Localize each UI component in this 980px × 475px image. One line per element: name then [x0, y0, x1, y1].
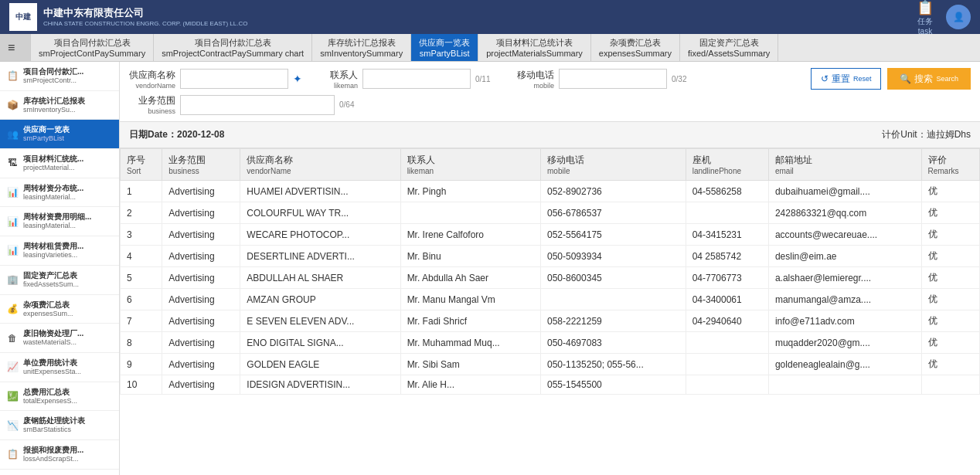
table-row[interactable]: 8AdvertisingENO DIGITAL SIGNA...Mr. Muha…: [121, 332, 980, 354]
sidebar-item-projectMaterial[interactable]: 🏗 项目材料汇统统... projectMaterial...: [0, 149, 119, 178]
sidebar-item-leasingVarieties[interactable]: 📊 周转材租赁费用... leasingVarieties...: [0, 236, 119, 266]
data-unit: 计价Unit：迪拉姆Dhs: [882, 128, 971, 141]
sidebar: 📋 项目合同付款汇... smProjectContr... 📦 库存统计汇总报…: [0, 62, 120, 475]
tab-smInventorySummary[interactable]: 库存统计汇总报表smInventorySummary: [312, 34, 411, 61]
task-icon: 📋: [917, 0, 934, 16]
sidebar-item-smProjectContr[interactable]: 📋 项目合同付款汇... smProjectContr...: [0, 62, 119, 91]
business-input[interactable]: [180, 95, 335, 115]
tab-projectMaterialsSummary[interactable]: 项目材料汇总统计表projectMaterialsSummary: [478, 34, 591, 61]
table-row[interactable]: 6AdvertisingAMZAN GROUPMr. Manu Mangal V…: [121, 289, 980, 310]
cell-Remarks-3: 优: [921, 246, 980, 267]
cell-email-2: accounts@wecareuae....: [768, 224, 921, 246]
cell-landlinePhone-2: 04-3415231: [686, 224, 768, 246]
cell-landlinePhone-4: 04-7706773: [686, 267, 768, 289]
cell-Remarks-8: 优: [921, 354, 980, 375]
cell-mobile-3: 050-5093934: [541, 246, 686, 267]
sidebar-icon: 🗑: [6, 332, 19, 344]
tab-smPartyBList[interactable]: 供应商一览表smPartyBList: [411, 34, 478, 61]
sidebar-item-wasteMaterialS[interactable]: 🗑 废旧物资处理厂... wasteMaterialS...: [0, 324, 119, 353]
cell-business-9: Advertising: [162, 375, 240, 395]
sidebar-item-name: 固定资产汇总表: [23, 270, 79, 280]
main-layout: 📋 项目合同付款汇... smProjectContr... 📦 库存统计汇总报…: [0, 62, 980, 475]
tab-smProjectContrSummary[interactable]: 项目合同付款汇总表smProjectContPaySummary: [31, 34, 154, 61]
search-button[interactable]: 🔍 搜索 Search: [887, 68, 971, 90]
mobile-field: 移动电话 mobile 0/32: [508, 69, 695, 90]
cell-Sort-8: 9: [121, 354, 162, 375]
table-wrapper[interactable]: 序号Sort业务范围business供应商名称vendorName联系人like…: [120, 148, 980, 475]
sidebar-item-sub: leasingVarieties...: [23, 251, 83, 260]
table-row[interactable]: 3AdvertisingWECARE PHOTOCOP...Mr. Irene …: [121, 224, 980, 246]
sidebar-item-name: 报损和报废费用...: [23, 445, 83, 455]
cell-landlinePhone-6: 04-2940640: [686, 310, 768, 332]
sidebar-item-name: 项目材料汇统统...: [23, 154, 83, 164]
sidebar-icon: 📋: [6, 448, 19, 460]
sidebar-item-sub: smInventorySu...: [23, 106, 85, 115]
contact-input[interactable]: [362, 69, 471, 89]
cell-likeman-9: Mr. Alie H...: [400, 375, 540, 395]
sidebar-item-smPartyBList[interactable]: 👥 供应商一览表 smPartyBList: [0, 120, 119, 149]
table-row[interactable]: 5AdvertisingABDULLAH AL SHAERMr. Abdulla…: [121, 267, 980, 289]
cell-vendorName-3: DESERTLINE ADVERTI...: [240, 246, 400, 267]
sidebar-item-smBarStatistics[interactable]: 📉 废钢筋处理统计表 smBarStatistics: [0, 411, 119, 440]
table-row[interactable]: 4AdvertisingDESERTLINE ADVERTI...Mr. Bin…: [121, 246, 980, 267]
table-row[interactable]: 10AdvertisingIDESIGN ADVERTISIN...Mr. Al…: [121, 375, 980, 395]
sidebar-item-fixedAssetsSum[interactable]: 🏢 固定资产汇总表 fixedAssetsSum...: [0, 266, 119, 295]
sidebar-item-name: 周转材资费用明细...: [23, 212, 91, 222]
vendor-name-input[interactable]: [180, 69, 288, 89]
table-row[interactable]: 2AdvertisingCOLOURFUL WAY TR...056-67865…: [121, 202, 980, 224]
sidebar-item-sub: smBarStatistics: [23, 426, 85, 435]
sidebar-item-totalExpensesS[interactable]: 💹 总费用汇总表 totalExpensesS...: [0, 382, 119, 412]
cell-Remarks-4: 优: [921, 267, 980, 289]
cell-Remarks-7: 优: [921, 332, 980, 354]
sidebar-item-leasingMaterial2[interactable]: 📊 周转材资费用明细... leasingMaterial...: [0, 207, 119, 236]
cell-email-3: deslin@eim.ae: [768, 246, 921, 267]
sidebar-item-sub: smProjectContr...: [23, 76, 83, 86]
cell-Sort-2: 3: [121, 224, 162, 246]
sidebar-item-lossAndScrapSt[interactable]: 📋 报损和报废费用... lossAndScrapSt...: [0, 440, 119, 470]
cell-email-6: info@e711adv.com: [768, 310, 921, 332]
cell-vendorName-0: HUAMEI ADVERTISIN...: [240, 181, 400, 202]
cell-vendorName-5: AMZAN GROUP: [240, 289, 400, 310]
sidebar-item-smInventorySu[interactable]: 📦 库存统计汇总报表 smInventorySu...: [0, 91, 119, 120]
cell-vendorName-8: GOLDEN EAGLE: [240, 354, 400, 375]
vendor-name-expand-icon[interactable]: ✦: [293, 73, 302, 85]
cell-email-0: dubaihuamei@gmail....: [768, 181, 921, 202]
sidebar-item-name: 总费用汇总表: [23, 387, 77, 397]
cell-landlinePhone-0: 04-5586258: [686, 181, 768, 202]
cell-mobile-9: 055-1545500: [541, 375, 686, 395]
data-date: 日期Date：2020-12-08: [129, 128, 224, 141]
tab-expensesSummary[interactable]: 杂项费汇总表expensesSummary: [591, 34, 680, 61]
sidebar-item-leasingMaterial1[interactable]: 📊 周转材资分布统... leasingMaterial...: [0, 178, 119, 208]
cell-likeman-5: Mr. Manu Mangal Vm: [400, 289, 540, 310]
cell-email-5: manumangal@amza....: [768, 289, 921, 310]
task-label: 任务: [917, 16, 934, 27]
avatar[interactable]: 👤: [946, 5, 971, 29]
sidebar-icon: 👥: [6, 128, 19, 141]
cell-business-0: Advertising: [162, 181, 240, 202]
tab-fixedAssetsSummary[interactable]: 固定资产汇总表fixed/AssetsSummary: [680, 34, 778, 61]
mobile-input[interactable]: [559, 69, 667, 89]
sidebar-item-name: 单位费用统计表: [23, 358, 81, 368]
reset-button[interactable]: ↺ 重置 Reset: [811, 68, 882, 90]
cell-email-9: [768, 375, 921, 395]
col-vendorName: 供应商名称vendorName: [240, 149, 400, 181]
table-row[interactable]: 9AdvertisingGOLDEN EAGLEMr. Sibi Sam050-…: [121, 354, 980, 375]
table-row[interactable]: 1AdvertisingHUAMEI ADVERTISIN...Mr. Ping…: [121, 181, 980, 202]
sidebar-item-expensesSum[interactable]: 💰 杂项费汇总表 expensesSum...: [0, 295, 119, 324]
tab-bar: ≡项目合同付款汇总表smProjectContPaySummary项目合同付款汇…: [0, 34, 980, 62]
table-row[interactable]: 7AdvertisingE SEVEN ELEVEN ADV...Mr. Fad…: [121, 310, 980, 332]
cell-email-7: muqadder2020@gm....: [768, 332, 921, 354]
logo-icon: 中建: [9, 3, 37, 31]
cell-Sort-0: 1: [121, 181, 162, 202]
task-button[interactable]: 📋 任务 task: [917, 0, 934, 36]
cell-likeman-0: Mr. Pingh: [400, 181, 540, 202]
cell-mobile-1: 056-6786537: [541, 202, 686, 224]
sidebar-icon: 📊: [6, 215, 19, 228]
tab-menu[interactable]: ≡: [0, 34, 31, 61]
cell-Sort-9: 10: [121, 375, 162, 395]
tab-smProjectContractPaySummaryChart[interactable]: 项目合同付款汇总表smProjectContractPaySummary cha…: [154, 34, 312, 61]
reset-icon: ↺: [821, 73, 829, 84]
filter-bar: 供应商名称 vendorName ✦ 联系人 likeman 0/11: [120, 62, 980, 122]
col-email: 邮箱地址email: [768, 149, 921, 181]
sidebar-item-unitExpensesSta[interactable]: 📈 单位费用统计表 unitExpensesSta...: [0, 353, 119, 382]
